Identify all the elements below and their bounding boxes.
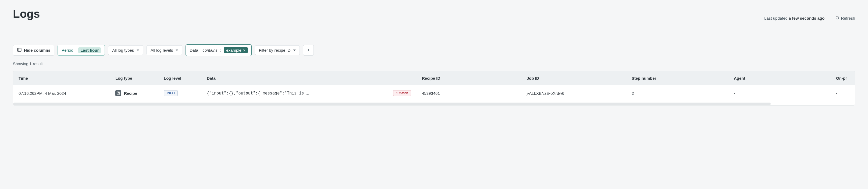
period-value: Last hour [78, 47, 101, 53]
log-level-badge: INFO [164, 90, 178, 96]
refresh-icon [835, 16, 839, 21]
plus-icon: + [307, 47, 310, 53]
table-header-row: Time Log type Log level Data Recipe ID J… [13, 71, 855, 85]
log-levels-filter[interactable]: All log levels [147, 45, 182, 55]
page-title: Logs [13, 7, 40, 21]
result-count-number: 1 [30, 61, 32, 66]
columns-icon [17, 47, 22, 53]
cell-on-prem: - [831, 85, 855, 101]
table-row[interactable]: 07:16.262PM, 4 Mar, 2024 Recipe INFO [13, 85, 855, 101]
page-header: Logs Last updated a few seconds ago Refr… [13, 7, 855, 28]
col-header-log-type[interactable]: Log type [110, 71, 158, 85]
result-count-prefix: Showing [13, 61, 29, 66]
cell-log-type-text: Recipe [124, 91, 137, 96]
match-count-badge: 1 match [393, 90, 411, 96]
add-filter-button[interactable]: + [303, 45, 314, 56]
data-filter-colon: : [220, 48, 221, 53]
cell-data: {"input":{},"output":{"message":"This is… [202, 85, 416, 101]
log-types-label: All log types [112, 48, 134, 53]
svg-rect-0 [18, 48, 21, 51]
cell-log-type: Recipe [110, 85, 158, 101]
log-types-filter[interactable]: All log types [108, 45, 143, 55]
cell-time: 07:16.262PM, 4 Mar, 2024 [13, 85, 110, 101]
cell-job-id: j-ALbXENzE-oXrdw6 [521, 85, 626, 101]
data-filter-field: Data [190, 48, 198, 53]
period-label: Period: [62, 48, 74, 53]
chevron-down-icon [293, 50, 296, 51]
cell-recipe-id: 45393461 [416, 85, 521, 101]
header-right-cluster: Last updated a few seconds ago Refresh [764, 16, 855, 21]
log-levels-label: All log levels [151, 48, 173, 53]
col-header-on-prem[interactable]: On-pr [831, 71, 855, 85]
filter-bar: Hide columns Period: Last hour All log t… [13, 45, 855, 56]
last-updated-value: a few seconds ago [789, 16, 825, 21]
hide-columns-button[interactable]: Hide columns [13, 45, 54, 56]
cell-step: 2 [626, 85, 728, 101]
col-header-recipe-id[interactable]: Recipe ID [416, 71, 521, 85]
col-header-data[interactable]: Data [202, 71, 416, 85]
result-count-text: Showing 1 result [13, 61, 855, 66]
data-filter-chip-value: example [226, 48, 242, 53]
remove-chip-icon[interactable]: × [243, 48, 246, 53]
scrollbar-thumb[interactable] [13, 103, 771, 105]
col-header-time[interactable]: Time [13, 71, 110, 85]
cell-agent: - [728, 85, 831, 101]
recipe-id-filter-label: Filter by recipe ID [259, 48, 291, 53]
cell-log-level: INFO [158, 85, 202, 101]
refresh-button[interactable]: Refresh [835, 16, 855, 21]
refresh-label: Refresh [841, 16, 855, 21]
data-filter[interactable]: Data contains : example × [186, 45, 251, 56]
result-count-suffix: result [33, 61, 43, 66]
hide-columns-label: Hide columns [24, 48, 50, 53]
recipe-id-filter[interactable]: Filter by recipe ID [255, 45, 300, 55]
data-filter-chip: example × [224, 47, 247, 53]
col-header-step[interactable]: Step number [626, 71, 728, 85]
period-filter[interactable]: Period: Last hour [58, 45, 105, 56]
col-header-agent[interactable]: Agent [728, 71, 831, 85]
horizontal-scrollbar[interactable] [13, 103, 855, 105]
cell-data-json: {"input":{},"output":{"message":"This is… [207, 91, 390, 96]
chevron-down-icon [136, 50, 139, 51]
chevron-down-icon [176, 50, 178, 51]
logs-table-container: Time Log type Log level Data Recipe ID J… [13, 71, 855, 106]
recipe-icon [115, 90, 121, 96]
col-header-job-id[interactable]: Job ID [521, 71, 626, 85]
last-updated-label: Last updated [764, 16, 787, 21]
logs-table: Time Log type Log level Data Recipe ID J… [13, 71, 855, 101]
col-header-log-level[interactable]: Log level [158, 71, 202, 85]
last-updated-text: Last updated a few seconds ago [764, 16, 825, 21]
data-filter-operator: contains [203, 48, 218, 53]
